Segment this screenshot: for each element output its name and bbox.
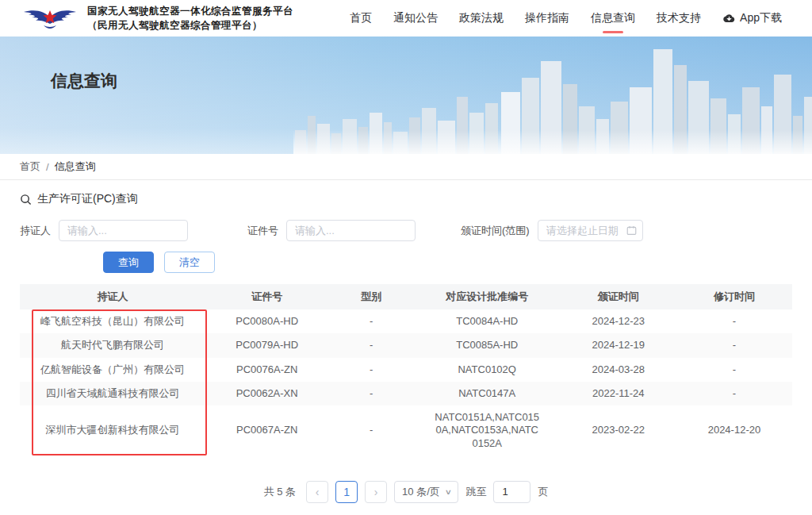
nav-item-info-query[interactable]: 信息查询 (591, 6, 635, 30)
cell-design-approval: TC0084A-HD (414, 309, 561, 333)
page-banner: 信息查询 (0, 37, 812, 154)
main-nav: 首页 通知公告 政策法规 操作指南 信息查询 技术支持 App下载 (350, 6, 782, 30)
chevron-down-icon: ∨ (444, 488, 451, 496)
cell-model: - (329, 405, 414, 455)
breadcrumb-separator: / (46, 161, 49, 173)
query-section-title-label: 生产许可证(PC)查询 (37, 192, 138, 206)
nav-item-guide[interactable]: 操作指南 (525, 6, 569, 30)
chevron-left-icon: ‹ (316, 486, 320, 498)
cell-revision-date: 2024-12-20 (676, 405, 792, 455)
calendar-icon (626, 225, 637, 236)
nav-app-download-label: App下载 (740, 11, 782, 25)
pagination-total: 共 5 条 (264, 485, 296, 499)
breadcrumb: 首页 / 信息查询 (0, 154, 812, 180)
cell-design-approval: NATC0151A,NATC0150A,NATC0153A,NATC0152A (414, 405, 561, 455)
next-page-button[interactable]: › (365, 481, 387, 503)
site-title-line1: 国家无人驾驶航空器一体化综合监管服务平台 (87, 4, 293, 18)
cell-issue-date: 2023-02-22 (561, 405, 676, 455)
cert-no-field-label: 证件号 (247, 224, 278, 238)
table-row: 峰飞航空科技（昆山）有限公司 PC0080A-HD - TC0084A-HD 2… (20, 309, 792, 333)
query-section-title: 生产许可证(PC)查询 (20, 192, 792, 206)
nav-item-home[interactable]: 首页 (350, 6, 372, 30)
jump-page-input[interactable] (493, 481, 530, 503)
cell-holder: 航天时代飞鹏有限公司 (20, 333, 205, 357)
holder-input[interactable] (59, 220, 188, 241)
cell-cert-no: PC0076A-ZN (205, 358, 329, 382)
cloud-download-icon (722, 12, 736, 25)
jump-suffix-label: 页 (538, 485, 548, 499)
col-header-model: 型别 (329, 284, 414, 309)
page-size-select[interactable]: 10 条/页 ∨ (394, 481, 458, 503)
table-header-row: 持证人 证件号 型别 对应设计批准编号 颁证时间 修订时间 (20, 284, 792, 309)
jump-prefix-label: 跳至 (465, 485, 486, 499)
cell-cert-no: PC0067A-ZN (205, 405, 329, 455)
cell-model: - (329, 358, 414, 382)
search-button[interactable]: 查询 (103, 252, 154, 273)
col-header-issue-date: 颁证时间 (561, 284, 676, 309)
col-header-revision-date: 修订时间 (676, 284, 792, 309)
col-header-design-approval: 对应设计批准编号 (414, 284, 561, 309)
cell-holder: 四川省天域航通科技有限公司 (20, 382, 205, 405)
cell-revision-date: - (676, 333, 792, 357)
query-form: 持证人 证件号 颁证时间(范围) (20, 220, 792, 241)
cell-issue-date: 2024-12-19 (561, 333, 676, 357)
breadcrumb-home-link[interactable]: 首页 (20, 159, 40, 174)
cell-revision-date: - (676, 309, 792, 333)
table-row: 深圳市大疆创新科技有限公司 PC0067A-ZN - NATC0151A,NAT… (20, 405, 792, 455)
results-table: 持证人 证件号 型别 对应设计批准编号 颁证时间 修订时间 峰飞航空科技（昆山）… (20, 284, 792, 455)
cell-design-approval: NATC0102Q (414, 358, 561, 382)
cell-model: - (329, 382, 414, 405)
issue-date-field-label: 颁证时间(范围) (461, 224, 530, 238)
pagination: 共 5 条 ‹ 1 › 10 条/页 ∨ 跳至 页 (20, 481, 792, 503)
site-title-line2: （民用无人驾驶航空器综合管理平台） (87, 18, 293, 33)
clear-button[interactable]: 清空 (164, 252, 215, 273)
holder-field-label: 持证人 (20, 224, 51, 238)
cell-issue-date: 2024-03-28 (561, 358, 676, 382)
page-1-button[interactable]: 1 (335, 481, 358, 503)
col-header-cert-no: 证件号 (205, 284, 329, 309)
site-title: 国家无人驾驶航空器一体化综合监管服务平台 （民用无人驾驶航空器综合管理平台） (87, 4, 293, 33)
cell-holder: 峰飞航空科技（昆山）有限公司 (20, 309, 205, 333)
breadcrumb-current: 信息查询 (55, 159, 96, 174)
cell-model: - (329, 333, 414, 357)
page-size-value: 10 条/页 (402, 485, 440, 499)
caac-wings-logo-icon (21, 4, 79, 33)
cell-revision-date: - (676, 382, 792, 405)
city-skyline-illustration (293, 37, 812, 154)
chevron-right-icon: › (374, 486, 378, 498)
cell-cert-no: PC0079A-HD (205, 333, 329, 357)
cert-no-input[interactable] (286, 220, 416, 241)
cell-model: - (329, 309, 414, 333)
prev-page-button[interactable]: ‹ (306, 481, 328, 503)
cell-revision-date: - (676, 358, 792, 382)
cell-design-approval: TC0085A-HD (414, 333, 561, 357)
table-row: 航天时代飞鹏有限公司 PC0079A-HD - TC0085A-HD 2024-… (20, 333, 792, 357)
nav-item-policies[interactable]: 政策法规 (459, 6, 504, 30)
cell-cert-no: PC0062A-XN (205, 382, 329, 405)
cell-holder: 深圳市大疆创新科技有限公司 (20, 405, 205, 455)
table-row: 亿航智能设备（广州）有限公司 PC0076A-ZN - NATC0102Q 20… (20, 358, 792, 382)
table-row: 四川省天域航通科技有限公司 PC0062A-XN - NATC0147A 202… (20, 382, 792, 405)
nav-item-notices[interactable]: 通知公告 (393, 6, 438, 30)
cell-issue-date: 2022-11-24 (561, 382, 676, 405)
search-icon (20, 194, 32, 206)
query-actions: 查询 清空 (20, 252, 792, 273)
cell-issue-date: 2024-12-23 (561, 309, 676, 333)
cell-design-approval: NATC0147A (414, 382, 561, 405)
site-logo[interactable]: 国家无人驾驶航空器一体化综合监管服务平台 （民用无人驾驶航空器综合管理平台） (21, 4, 293, 33)
cell-cert-no: PC0080A-HD (205, 309, 329, 333)
cell-holder: 亿航智能设备（广州）有限公司 (20, 358, 205, 382)
banner-title: 信息查询 (51, 70, 117, 92)
nav-item-app-download[interactable]: App下载 (722, 6, 782, 30)
results-table-wrap: 持证人 证件号 型别 对应设计批准编号 颁证时间 修订时间 峰飞航空科技（昆山）… (20, 284, 792, 455)
nav-item-support[interactable]: 技术支持 (657, 6, 701, 30)
top-header: 国家无人驾驶航空器一体化综合监管服务平台 （民用无人驾驶航空器综合管理平台） 首… (0, 0, 812, 37)
col-header-holder: 持证人 (20, 284, 205, 309)
